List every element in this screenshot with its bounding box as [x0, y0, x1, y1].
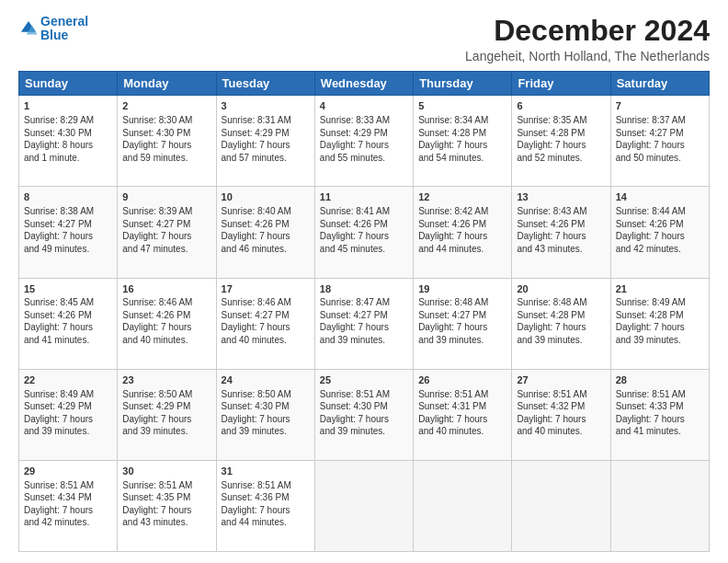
day-info: and 42 minutes. — [616, 243, 704, 256]
day-info: Sunrise: 8:37 AM — [616, 114, 704, 127]
month-title: December 2024 — [465, 15, 710, 47]
day-number: 28 — [616, 373, 704, 387]
day-info: and 52 minutes. — [517, 152, 605, 165]
calendar-cell: 7Sunrise: 8:37 AMSunset: 4:27 PMDaylight… — [610, 96, 709, 187]
calendar-cell — [610, 460, 709, 551]
day-info: Daylight: 7 hours — [320, 321, 408, 334]
day-info: and 41 minutes. — [24, 334, 112, 347]
col-thursday: Thursday — [414, 72, 512, 96]
day-info: Sunrise: 8:45 AM — [24, 296, 112, 309]
calendar-cell: 27Sunrise: 8:51 AMSunset: 4:32 PMDayligh… — [512, 369, 610, 460]
calendar-week-2: 8Sunrise: 8:38 AMSunset: 4:27 PMDaylight… — [19, 187, 710, 278]
day-info: Daylight: 7 hours — [616, 139, 704, 152]
calendar-week-5: 29Sunrise: 8:51 AMSunset: 4:34 PMDayligh… — [19, 460, 710, 551]
day-info: Sunrise: 8:34 AM — [418, 114, 506, 127]
day-info: Sunrise: 8:51 AM — [517, 388, 605, 401]
logo-text: General Blue — [40, 15, 88, 43]
day-info: and 40 minutes. — [122, 334, 210, 347]
day-info: Sunrise: 8:33 AM — [320, 114, 408, 127]
day-info: and 39 minutes. — [122, 425, 210, 438]
day-info: Sunrise: 8:41 AM — [320, 205, 408, 218]
day-number: 9 — [122, 190, 210, 204]
day-number: 20 — [517, 282, 605, 296]
day-info: Sunset: 4:35 PM — [122, 491, 210, 504]
header: General Blue December 2024 Langeheit, No… — [18, 15, 710, 63]
day-number: 31 — [222, 465, 310, 478]
day-number: 13 — [517, 190, 605, 204]
day-info: and 59 minutes. — [122, 152, 210, 165]
day-info: Sunset: 4:28 PM — [616, 309, 704, 322]
day-info: and 39 minutes. — [517, 334, 605, 347]
day-info: and 40 minutes. — [222, 334, 310, 347]
day-info: Daylight: 7 hours — [517, 139, 605, 152]
day-number: 14 — [616, 190, 704, 204]
day-number: 16 — [122, 282, 210, 296]
day-info: Sunrise: 8:40 AM — [222, 205, 310, 218]
day-info: and 40 minutes. — [418, 425, 506, 438]
day-info: Sunset: 4:26 PM — [222, 218, 310, 231]
col-monday: Monday — [118, 72, 216, 96]
calendar-cell: 8Sunrise: 8:38 AMSunset: 4:27 PMDaylight… — [19, 187, 118, 278]
day-info: Daylight: 7 hours — [616, 230, 704, 243]
calendar-cell: 10Sunrise: 8:40 AMSunset: 4:26 PMDayligh… — [216, 187, 314, 278]
day-number: 24 — [222, 373, 310, 387]
calendar-cell: 26Sunrise: 8:51 AMSunset: 4:31 PMDayligh… — [414, 369, 512, 460]
day-info: Sunrise: 8:38 AM — [24, 205, 112, 218]
day-info: and 46 minutes. — [222, 243, 310, 256]
page: General Blue December 2024 Langeheit, No… — [0, 0, 728, 563]
calendar-cell: 1Sunrise: 8:29 AMSunset: 4:30 PMDaylight… — [19, 96, 118, 187]
logo: General Blue — [18, 15, 88, 43]
day-info: Sunset: 4:26 PM — [616, 218, 704, 231]
calendar-cell: 22Sunrise: 8:49 AMSunset: 4:29 PMDayligh… — [19, 369, 118, 460]
day-info: Daylight: 8 hours — [24, 139, 112, 152]
calendar-cell: 30Sunrise: 8:51 AMSunset: 4:35 PMDayligh… — [118, 460, 216, 551]
day-number: 5 — [418, 99, 506, 113]
day-info: Daylight: 7 hours — [222, 139, 310, 152]
day-info: Sunrise: 8:49 AM — [24, 388, 112, 401]
day-number: 19 — [418, 282, 506, 296]
day-info: Daylight: 7 hours — [122, 230, 210, 243]
calendar-cell — [414, 460, 512, 551]
day-info: Sunset: 4:26 PM — [418, 218, 506, 231]
day-info: Sunset: 4:26 PM — [320, 218, 408, 231]
day-info: Daylight: 7 hours — [122, 413, 210, 426]
day-number: 8 — [24, 190, 112, 204]
calendar-cell: 29Sunrise: 8:51 AMSunset: 4:34 PMDayligh… — [19, 460, 118, 551]
title-block: December 2024 Langeheit, North Holland, … — [465, 15, 710, 63]
calendar-cell: 19Sunrise: 8:48 AMSunset: 4:27 PMDayligh… — [414, 278, 512, 369]
day-info: Sunrise: 8:51 AM — [320, 388, 408, 401]
day-info: and 44 minutes. — [418, 243, 506, 256]
day-info: and 39 minutes. — [418, 334, 506, 347]
day-info: Sunset: 4:26 PM — [24, 309, 112, 322]
day-info: Sunrise: 8:46 AM — [222, 296, 310, 309]
calendar-cell: 9Sunrise: 8:39 AMSunset: 4:27 PMDaylight… — [118, 187, 216, 278]
day-info: Daylight: 7 hours — [517, 413, 605, 426]
day-info: Sunset: 4:34 PM — [24, 491, 112, 504]
calendar-cell: 4Sunrise: 8:33 AMSunset: 4:29 PMDaylight… — [314, 96, 413, 187]
day-number: 29 — [24, 465, 112, 478]
col-tuesday: Tuesday — [216, 72, 314, 96]
day-info: Sunrise: 8:35 AM — [517, 114, 605, 127]
day-info: Daylight: 7 hours — [418, 230, 506, 243]
day-info: Sunrise: 8:48 AM — [418, 296, 506, 309]
day-info: Sunset: 4:27 PM — [616, 127, 704, 140]
calendar-cell: 31Sunrise: 8:51 AMSunset: 4:36 PMDayligh… — [216, 460, 314, 551]
day-info: and 45 minutes. — [320, 243, 408, 256]
calendar-cell: 24Sunrise: 8:50 AMSunset: 4:30 PMDayligh… — [216, 369, 314, 460]
day-info: and 55 minutes. — [320, 152, 408, 165]
day-info: Sunset: 4:27 PM — [320, 309, 408, 322]
col-friday: Friday — [512, 72, 610, 96]
day-info: Daylight: 7 hours — [24, 321, 112, 334]
calendar-cell: 16Sunrise: 8:46 AMSunset: 4:26 PMDayligh… — [118, 278, 216, 369]
calendar-cell: 2Sunrise: 8:30 AMSunset: 4:30 PMDaylight… — [118, 96, 216, 187]
day-info: Sunset: 4:29 PM — [222, 127, 310, 140]
day-info: and 49 minutes. — [24, 243, 112, 256]
day-info: Sunset: 4:26 PM — [517, 218, 605, 231]
day-info: Sunrise: 8:51 AM — [616, 388, 704, 401]
calendar-cell: 12Sunrise: 8:42 AMSunset: 4:26 PMDayligh… — [414, 187, 512, 278]
day-info: Sunrise: 8:47 AM — [320, 296, 408, 309]
day-info: Daylight: 7 hours — [320, 139, 408, 152]
day-info: Daylight: 7 hours — [122, 321, 210, 334]
day-info: Daylight: 7 hours — [222, 230, 310, 243]
day-info: Sunrise: 8:44 AM — [616, 205, 704, 218]
